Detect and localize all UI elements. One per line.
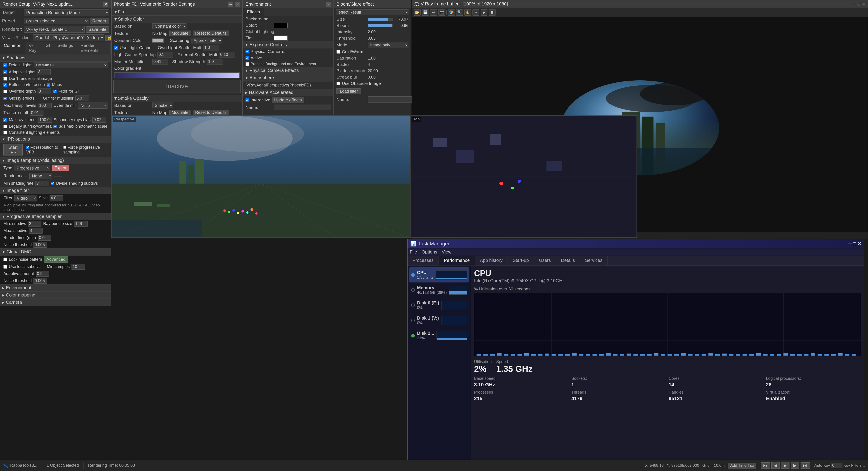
ray-bundle-input[interactable]	[74, 221, 88, 227]
vfb-tool-pan[interactable]: ✋	[464, 9, 471, 16]
image-filter-section-hdr[interactable]: ▼ Image filter	[0, 187, 111, 194]
advanced-btn[interactable]: Advanced	[44, 256, 68, 263]
tm-menu-view[interactable]: View	[442, 249, 452, 255]
env-close[interactable]: ✕	[326, 2, 331, 7]
name-input[interactable]	[274, 105, 331, 110]
lock-noise-checkbox[interactable]	[3, 258, 7, 261]
tab-common[interactable]: Common	[0, 42, 25, 54]
filter-gi-checkbox[interactable]	[53, 90, 57, 93]
scattering-dropdown[interactable]: Approximate	[191, 37, 222, 43]
render-time-input[interactable]	[38, 235, 51, 241]
start-ipr-btn[interactable]: Start IPR	[3, 144, 23, 155]
tm-sidebar-disk2[interactable]: Disk 2... 21%	[409, 328, 469, 343]
tm-sidebar-memory[interactable]: Memory 46/128 GB (36%)	[409, 283, 469, 298]
tab-settings[interactable]: Settings	[54, 42, 77, 54]
adaptive-amt-input[interactable]	[36, 271, 49, 276]
viewport-3d[interactable]: Perspective	[111, 115, 410, 238]
tm-menu-options[interactable]: Options	[422, 249, 437, 255]
prog-sampler-section-hdr[interactable]: ▼ Progressive Image sampler	[0, 213, 111, 220]
view-dropdown[interactable]: Quad 4 - PhysCamera001 (rndng	[33, 34, 104, 41]
size-slider[interactable]	[368, 18, 393, 21]
add-time-tag-btn[interactable]: Add Time Tag	[728, 463, 756, 469]
prev-frame-btn[interactable]: ◀	[771, 462, 780, 469]
modulate-btn[interactable]: Modulate	[169, 31, 191, 36]
expert-btn[interactable]: Expert	[52, 165, 69, 171]
bloom-effect-dropdown[interactable]: effect:Result	[336, 9, 409, 15]
vfb-tool-open[interactable]: 📂	[414, 9, 421, 16]
vfb-tool-color[interactable]: 🎨	[448, 9, 455, 16]
reflection-checkbox[interactable]	[3, 83, 7, 87]
max-subdivs-input[interactable]	[29, 228, 42, 234]
render-btn[interactable]: Render	[90, 18, 109, 24]
tm-minimize[interactable]: ─	[848, 241, 852, 247]
const-color-swatch[interactable]	[152, 38, 164, 42]
go-to-start-btn[interactable]: ⏮	[761, 462, 770, 469]
tm-tab-app-history[interactable]: App history	[475, 256, 508, 265]
global-dmc-section-hdr[interactable]: ▼ Global DMC	[0, 248, 111, 256]
vfb-tool-crop[interactable]: ✂	[472, 9, 479, 16]
filter-dropdown[interactable]: Video	[14, 195, 37, 201]
tm-tab-performance[interactable]: Performance	[439, 256, 475, 265]
vfb-maximize[interactable]: □	[858, 1, 860, 7]
tm-tab-users[interactable]: Users	[534, 256, 556, 265]
maps-checkbox[interactable]	[46, 83, 50, 87]
update-effects-btn[interactable]: Update effects	[272, 97, 304, 103]
phoenix-close[interactable]: ✕	[235, 2, 240, 7]
glossy-checkbox[interactable]	[3, 97, 7, 100]
tm-close[interactable]: ✕	[857, 241, 862, 247]
interactive-checkbox[interactable]	[246, 98, 249, 102]
adaptive-lights-checkbox[interactable]	[3, 70, 7, 74]
type-dropdown[interactable]: Progressive	[14, 165, 50, 171]
smoke-opacity-hdr[interactable]: ▼ Smoke Opacity	[112, 95, 242, 102]
based-on-dropdown[interactable]: Constant color	[152, 23, 186, 29]
tm-sidebar-cpu[interactable]: CPU 1.35 GHz	[409, 267, 469, 283]
dont-render-checkbox[interactable]	[3, 77, 7, 81]
tm-tab-details[interactable]: Details	[556, 256, 580, 265]
go-to-end-btn[interactable]: ⏭	[801, 462, 810, 469]
ext-scatter-input[interactable]	[219, 52, 235, 58]
own-light-input[interactable]	[203, 45, 219, 51]
use-local-checkbox[interactable]	[3, 265, 7, 269]
smoke-color-hdr[interactable]: ▼ Smoke Color	[112, 16, 242, 23]
bloom-slider[interactable]	[368, 24, 393, 27]
load-filter-btn[interactable]: Load filter	[337, 88, 361, 94]
reset-btn[interactable]: Reset to Defaults	[193, 31, 229, 36]
master-mult-input[interactable]	[152, 59, 168, 64]
color-gradient-bar[interactable]	[114, 72, 240, 78]
target-dropdown[interactable]: Production Rendering Mode	[24, 9, 109, 16]
override-checkbox[interactable]	[3, 90, 7, 93]
vfb-tool-camera[interactable]: 📷	[438, 9, 445, 16]
smoke-based-on-dropdown[interactable]: Smoke	[152, 102, 173, 109]
preset-dropdown[interactable]: preset selected	[24, 18, 89, 24]
hardware-accelerated-hdr[interactable]: ▶ Hardware Accelerated	[243, 89, 333, 96]
tab-vray[interactable]: V-Ray	[25, 42, 42, 54]
vfb-tool-save[interactable]: 💾	[422, 9, 429, 16]
vfb-tool-render[interactable]: ▶	[480, 9, 487, 16]
bg-color-swatch[interactable]	[274, 23, 288, 28]
render-mask-dropdown[interactable]: None	[29, 173, 52, 179]
secondary-bias-input[interactable]	[92, 117, 106, 123]
process-bg-checkbox[interactable]	[246, 62, 249, 66]
env-tab-effects[interactable]: Effects	[243, 8, 264, 16]
tint-color-swatch[interactable]	[274, 35, 288, 40]
tm-menu-file[interactable]: File	[410, 249, 417, 255]
shadows-section-hdr[interactable]: ▼ Shadows	[0, 54, 111, 62]
camera-section-hdr[interactable]: ▶ Camera	[0, 299, 111, 306]
shadow-strength-input[interactable]	[207, 59, 223, 64]
physical-camera-checkbox[interactable]	[246, 50, 249, 53]
vfb-minimize[interactable]: ─	[853, 1, 856, 7]
use-obstacle-checkbox[interactable]	[337, 82, 340, 85]
vfb-tool-zoom[interactable]: 🔍	[456, 9, 463, 16]
fire-section-hdr[interactable]: ▼ Fire	[112, 8, 242, 16]
play-btn[interactable]: ▶	[781, 462, 789, 469]
phoenix-minimize[interactable]: ─	[228, 2, 233, 7]
environment-section-hdr[interactable]: ▶ Environment	[0, 284, 111, 292]
adaptive-val-input[interactable]	[37, 69, 51, 75]
save-file-btn[interactable]: Save File	[86, 26, 109, 33]
vfb-tool-undo[interactable]: ↩	[430, 9, 437, 16]
tm-sidebar-disk0[interactable]: Disk 0 (E:) 0%	[409, 298, 469, 313]
frame-input[interactable]	[831, 463, 842, 468]
light-cache-speedup-input[interactable]	[157, 52, 173, 58]
atmosphere-section-hdr[interactable]: ▼ Atmosphere	[243, 74, 333, 82]
color-mapping-section-hdr[interactable]: ▶ Color mapping	[0, 292, 111, 299]
